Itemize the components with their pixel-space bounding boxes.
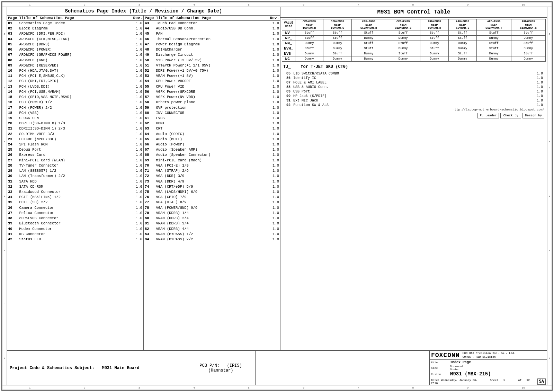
- table-row: 18 PCH (VSS) 1.0: [7, 110, 143, 116]
- pcb-pn-section: PCB P/N: (IRIS) (Hannstar): [186, 351, 256, 385]
- tj-row: 86 Identify IC 1.0: [283, 76, 544, 80]
- table-row: 19 CLOCK GEN 1.0: [7, 116, 143, 121]
- table-row: 02 Block Diagram 1.0: [7, 26, 143, 31]
- table-row: 77 VGA (XTAL) 8/9 1.0: [144, 200, 280, 205]
- table-row: 73 VGA (DDR) 4/9 1.0: [144, 179, 280, 184]
- table-row: 20 DDRIII(SO-DIMM 0) 1/3 1.0: [7, 121, 143, 126]
- schematics-title: Schematics Page Index (Title / Revision …: [7, 7, 280, 16]
- schematics-col-left: Page Title of Schematics Page Rev. 01 Sc…: [7, 16, 144, 350]
- table-row: 16 PCH (POWER) 1/2 1.0: [7, 100, 143, 105]
- sig-boxes: P. Leader Check by Design by: [477, 113, 544, 118]
- table-row: 34 PCIE (MS&iLINK) 1/2 1.0: [7, 195, 143, 200]
- tj-row: 85 LID Switch/eSATA COMBO 1.0: [283, 71, 544, 76]
- title-block: FOXCONN HON HAI Precision Ind. Co., Ltd.…: [429, 351, 547, 385]
- table-row: 22 SO-DIMM VREF 3/3 1.0: [7, 132, 143, 137]
- table-row: 05 ARD&CFD (DDR3) 1.0: [7, 42, 143, 47]
- tj-row: 89 USB Port 1.0: [283, 89, 544, 94]
- table-row: 25 Debug Port 1.0: [7, 147, 143, 152]
- tj-description: for T-JET SKU (CT0): [301, 64, 348, 69]
- url-text: http://laptop-motherboard-schematic.blog…: [453, 108, 544, 112]
- table-row: 24 SPI Flash ROM 1.0: [7, 142, 143, 147]
- rev-value: SA: [537, 378, 546, 385]
- table-row: 21 DDRIII(SO-DIMM 1) 2/3 1.0: [7, 126, 143, 131]
- schematics-table-right: Page Title of Schematics Page Rev. 43 To…: [144, 16, 280, 242]
- table-row: 80 VRAM (DDR3) 2/4 1.0: [144, 216, 280, 221]
- col-header-rev2: Rev.: [269, 16, 280, 21]
- pcb-pn-sub: (Hannstar): [208, 368, 233, 373]
- bom-table: VALUEHead CFD+PM55N11P1GVRAM-H CFD+PM55N…: [282, 19, 546, 62]
- project-info: Project Code & Schematics Subject: M931 …: [7, 351, 186, 385]
- col-header-title2: Title of Schematics Page: [155, 16, 269, 21]
- table-row: 60 INV CONNECTOR 1.0: [144, 110, 280, 116]
- bom-col-cfd-pm55-n11m-s12s: CFD+PM55N11MS12MVRAM-S: [386, 19, 420, 30]
- table-row: 14 PCH (PCI,USB,NVRAM) 1.0: [7, 89, 143, 95]
- table-row: 66 Audio (Power) 1.0: [144, 142, 280, 147]
- schematics-table-left: Page Title of Schematics Page Rev. 01 Sc…: [7, 16, 143, 242]
- bom-table-container: VALUEHead CFD+PM55N11P1GVRAM-H CFD+PM55N…: [280, 18, 547, 63]
- table-row: 12 PCH (DMI,FDI,GPIO) 1.0: [7, 79, 143, 84]
- table-row: 11 PCH (PCI-E,SMBUS,CLK) 1.0: [7, 73, 143, 79]
- table-row: 36 Camera Connector 1.0: [7, 205, 143, 211]
- table-row: 61 LVDS 1.0: [144, 116, 280, 121]
- foxconn-division: HON HAI Precision Ind. Co., Ltd. COPBG -…: [463, 351, 516, 359]
- bottom-markers: 1 2 3 4 5 6 7 8 9 10: [2, 385, 552, 390]
- table-row: 03 ARD&CFD (DMI,PEG,FDI) 1.0: [7, 31, 143, 36]
- tj-section: TJ_ for T-JET SKU (CT0): [280, 63, 547, 71]
- tj-table-body: 85 LID Switch/eSATA COMBO 1.0 86 Identif…: [283, 71, 544, 107]
- bom-col-ard-pm55-n11m-s12s: ARD+PM55N11MS12MVRAM-S: [511, 19, 545, 30]
- bom-row: NV_StuffStuffStuffStuffStuffStuffStuffSt…: [282, 30, 546, 35]
- table-row: 23 EC+KBC (NPCE783L) 1.0: [7, 137, 143, 142]
- table-row: 10 PCH (HDA,JTAG,SAT) 1.0: [7, 68, 143, 73]
- table-row: 56 VGFX Power(GFXCORE 1.0: [144, 89, 280, 95]
- check-by-box: Check by: [500, 113, 521, 118]
- bom-panel: M931 BOM Control Table VALUEHead CFD+PM5…: [280, 7, 547, 350]
- table-row: 84 VRAM (BYPASS) 2/2 1.0: [144, 237, 280, 242]
- table-row: 58 Others power plane 1.0: [144, 100, 280, 105]
- table-row: 59 OVP protection 1.0: [144, 105, 280, 110]
- table-row: 28 TV-Tuner Connector 1.0: [7, 163, 143, 168]
- bom-title: M931 BOM Control Table: [280, 7, 547, 18]
- bom-row: NM_DummyDummyStuffStuffDummyDummyStuffSt…: [282, 41, 546, 46]
- table-row: 52 DDR3 Power(+1 5V/+0 75V) 1.0: [144, 68, 280, 73]
- table-row: 32 SATA CD-ROM 1.0: [7, 184, 143, 189]
- bom-col-cfd-pm55-n11p-1gs: CFD+PM55N11P1GVRAM-S: [323, 19, 351, 30]
- table-row: 35 PCIE (SD) 2/2 1.0: [7, 200, 143, 205]
- table-row: 54 CPU Power VHCORE 1.0: [144, 79, 280, 84]
- table-row: 43 Touch Pad Connector 1.0: [144, 21, 280, 26]
- bottom-fields: Date: Wednesday, January 06, 2010 Sheet …: [430, 378, 547, 385]
- table-row: 38 eDP&LVDS Connector 1.0: [7, 216, 143, 221]
- table-row: 78 VGA (POWER/GND) 9/9 1.0: [144, 205, 280, 211]
- table-row: 46 Thermal Sensor&Protection 1.0: [144, 37, 280, 42]
- file-row: File Index Page: [431, 360, 546, 364]
- url-section: http://laptop-motherboard-schematic.blog…: [280, 107, 547, 112]
- schematics-table: Page Title of Schematics Page Rev. 01 Sc…: [7, 16, 280, 350]
- tj-table-container: 85 LID Switch/eSATA COMBO 1.0 86 Identif…: [280, 71, 547, 107]
- bom-row: NC_DummyDummyDummyDummyDummyDummyDummyDu…: [282, 56, 546, 61]
- tj-row: 91 Ext MIC Jack 1.0: [283, 98, 544, 103]
- division-line1: HON HAI Precision Ind. Co., Ltd.: [463, 351, 516, 355]
- top-markers: 1 2 3 4 5 6 7 8 9 10: [2, 2, 552, 7]
- table-row: 50 SYS Power (+3 3V/+5V) 1.0: [144, 58, 280, 63]
- doc-number-row: Custom M931 (MBX-215): [431, 371, 546, 377]
- foxconn-header: FOXCONN HON HAI Precision Ind. Co., Ltd.…: [430, 351, 547, 360]
- table-row: 67 Audio (Speaker AMP) 1.0: [144, 147, 280, 152]
- table-row: 47 Power Design Diagram 1.0: [144, 42, 280, 47]
- tj-row: 88 USB & AUDIO Conn. 1.0: [283, 85, 544, 89]
- table-row: 44 Audio/USB DB Conn. 1.0: [144, 26, 280, 31]
- col-header-page: Page: [7, 16, 18, 21]
- middle-empty: [256, 351, 429, 385]
- table-row: 82 VRAM (DDR3) 4/4 1.0: [144, 226, 280, 232]
- table-row: 62 HDMI 1.0: [144, 121, 280, 126]
- table-row: 75 VGA (LVDS/HDMI) 6/9 1.0: [144, 189, 280, 195]
- table-row: 70 VGA (PCI-E) 1/9 1.0: [144, 163, 280, 168]
- bom-col-cfd-pm55-n11m-s12: CFD+PM55N11MS12MVRAM-H: [351, 19, 386, 30]
- top-area: Schematics Page Index (Title / Revision …: [7, 7, 547, 350]
- date-field: Date: Wednesday, January 06, 2010: [431, 378, 484, 385]
- table-row: 55 CPU Power VID 1.0: [144, 84, 280, 89]
- table-row: 49 Discharge Circuit 1.0: [144, 52, 280, 57]
- table-row: 07 ARD&CFD (GRAPHICS POWER) 1.0: [7, 52, 143, 57]
- pcb-pn-line1: PCB P/N: (IRIS): [199, 363, 242, 368]
- table-row: 37 Felica Connector 1.0: [7, 211, 143, 216]
- table-row: 01 Schematics Page Index 1.0: [7, 21, 143, 26]
- table-row: 42 Status LED 1.0: [7, 237, 143, 242]
